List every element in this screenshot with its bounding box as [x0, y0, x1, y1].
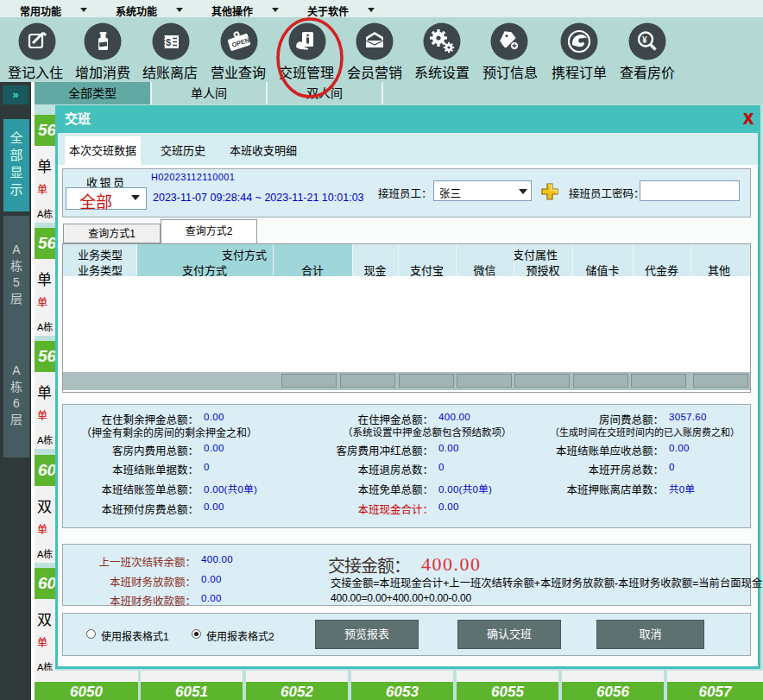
svg-text:$: $ [166, 37, 171, 47]
svg-text:¥: ¥ [642, 35, 647, 45]
